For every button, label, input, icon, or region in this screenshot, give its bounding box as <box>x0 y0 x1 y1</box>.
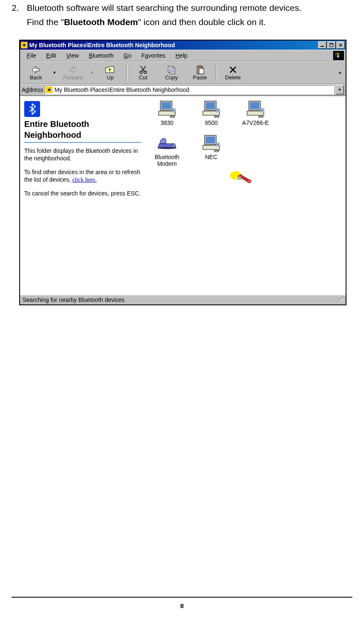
toolbar-overflow-icon[interactable]: » <box>339 70 344 76</box>
svg-rect-26 <box>170 116 174 118</box>
up-button[interactable]: Up <box>96 63 124 83</box>
page-number: 8 <box>0 602 364 609</box>
resize-grip-icon[interactable] <box>336 297 343 303</box>
bluetooth-logo-icon <box>24 101 40 117</box>
copy-button[interactable]: Copy <box>157 63 186 83</box>
svg-rect-36 <box>250 102 259 109</box>
instruction-text-2c: " icon and then double click on it. <box>138 17 265 27</box>
device-bluetooth-modem[interactable]: Bluetooth Modem <box>147 134 187 167</box>
svg-rect-40 <box>261 109 263 111</box>
svg-rect-17 <box>199 66 201 67</box>
menu-bar: File Edit View Bluetooth Go Favorites He… <box>20 50 346 61</box>
device-label: A7V266-E <box>242 119 269 126</box>
status-bar: Searching for nearby Bluetooth devices <box>20 295 346 304</box>
svg-rect-24 <box>162 102 171 109</box>
device-a7v266e[interactable]: A7V266-E <box>235 100 276 126</box>
folder-up-icon <box>105 65 116 74</box>
device-nec[interactable]: NEC <box>191 134 231 167</box>
step-number: 2. <box>12 1 27 29</box>
delete-button[interactable]: Delete <box>219 63 247 83</box>
back-button[interactable]: Back <box>22 63 50 83</box>
device-label: Bluetooth Modem <box>147 154 187 167</box>
address-value: My Bluetooth Places\Entire Bluetooth Nei… <box>54 86 189 93</box>
svg-rect-38 <box>259 116 263 118</box>
computer-icon <box>202 134 220 152</box>
address-bar: Address My Bluetooth Places\Entire Bluet… <box>20 84 346 96</box>
svg-rect-34 <box>217 109 219 111</box>
computer-icon <box>158 100 176 118</box>
bluetooth-places-icon <box>21 42 28 48</box>
panel-text-3: To cancel the search for devices, press … <box>24 190 141 197</box>
menu-edit[interactable]: Edit <box>41 51 61 60</box>
cut-button[interactable]: Cut <box>129 63 157 83</box>
back-dropdown-arrow-icon[interactable]: ▼ <box>50 71 59 75</box>
svg-rect-2 <box>321 46 324 47</box>
forward-button: Forward <box>59 63 87 83</box>
svg-point-1 <box>23 44 25 46</box>
svg-rect-18 <box>199 68 204 74</box>
paste-button[interactable]: Paste <box>186 63 214 83</box>
forward-arrow-icon <box>68 65 78 74</box>
clipboard-icon <box>195 65 205 74</box>
searching-flashlight-icon <box>230 170 255 187</box>
forward-dropdown-arrow-icon: ▼ <box>87 71 96 75</box>
menu-help[interactable]: Help <box>170 51 192 60</box>
instruction-text-2a: Find the " <box>27 17 64 27</box>
menu-bluetooth[interactable]: Bluetooth <box>84 51 119 60</box>
info-panel: Entire Bluetooth Neighborhood This folde… <box>20 96 145 295</box>
modem-icon <box>158 134 176 152</box>
windows-logo-icon <box>333 51 344 60</box>
content-area: Entire Bluetooth Neighborhood This folde… <box>20 96 346 295</box>
device-list: 3830 9500 A7V266-E <box>145 96 346 295</box>
svg-point-51 <box>238 176 241 180</box>
computer-icon <box>246 100 265 118</box>
menu-favorites[interactable]: Favorites <box>136 51 171 60</box>
toolbar: Back ▼ Forward ▼ Up Cut Copy <box>20 61 346 84</box>
minimize-button[interactable] <box>318 41 326 49</box>
svg-point-42 <box>173 145 175 147</box>
panel-title: Entire Bluetooth Neighborhood <box>24 119 141 143</box>
svg-point-22 <box>48 89 51 91</box>
computer-icon <box>202 100 220 118</box>
copy-icon <box>167 65 176 74</box>
address-folder-icon <box>46 86 53 93</box>
menu-go[interactable]: Go <box>119 51 136 60</box>
instruction-step: 2. Bluetooth software will start searchi… <box>12 1 352 29</box>
device-label: 3830 <box>160 119 173 126</box>
svg-rect-28 <box>173 109 174 111</box>
instruction-text-1: Bluetooth software will start searching … <box>27 3 301 13</box>
menu-view[interactable]: View <box>61 51 84 60</box>
refresh-link[interactable]: click here. <box>72 177 96 183</box>
back-arrow-icon <box>31 65 41 74</box>
svg-rect-30 <box>206 102 215 109</box>
device-label: 9500 <box>205 119 217 126</box>
scissors-icon <box>139 65 147 74</box>
svg-point-50 <box>247 180 251 183</box>
maximize-button[interactable] <box>327 41 336 49</box>
svg-rect-46 <box>215 150 219 152</box>
menu-file[interactable]: File <box>22 51 41 60</box>
address-label: Address <box>22 86 43 93</box>
svg-rect-48 <box>217 144 219 145</box>
instruction-bold: Bluetooth Modem <box>64 17 138 27</box>
svg-rect-44 <box>206 137 215 143</box>
svg-point-41 <box>158 147 176 149</box>
address-dropdown-arrow-icon[interactable]: ▼ <box>336 85 344 94</box>
close-button[interactable] <box>336 41 345 49</box>
explorer-window: My Bluetooth Places\Entire Bluetooth Nei… <box>19 40 346 305</box>
svg-rect-32 <box>215 116 219 118</box>
device-9500[interactable]: 9500 <box>191 100 231 126</box>
panel-text-1: This folder displays the Bluetooth devic… <box>24 147 141 162</box>
device-3830[interactable]: 3830 <box>147 100 187 126</box>
svg-rect-4 <box>330 43 333 44</box>
title-bar: My Bluetooth Places\Entire Bluetooth Nei… <box>20 41 346 50</box>
status-text: Searching for nearby Bluetooth devices <box>23 297 124 303</box>
address-field[interactable]: My Bluetooth Places\Entire Bluetooth Nei… <box>45 85 334 94</box>
delete-x-icon <box>229 65 237 74</box>
device-label: NEC <box>205 154 217 160</box>
window-title: My Bluetooth Places\Entire Bluetooth Nei… <box>29 42 318 48</box>
footer-divider <box>12 597 352 598</box>
